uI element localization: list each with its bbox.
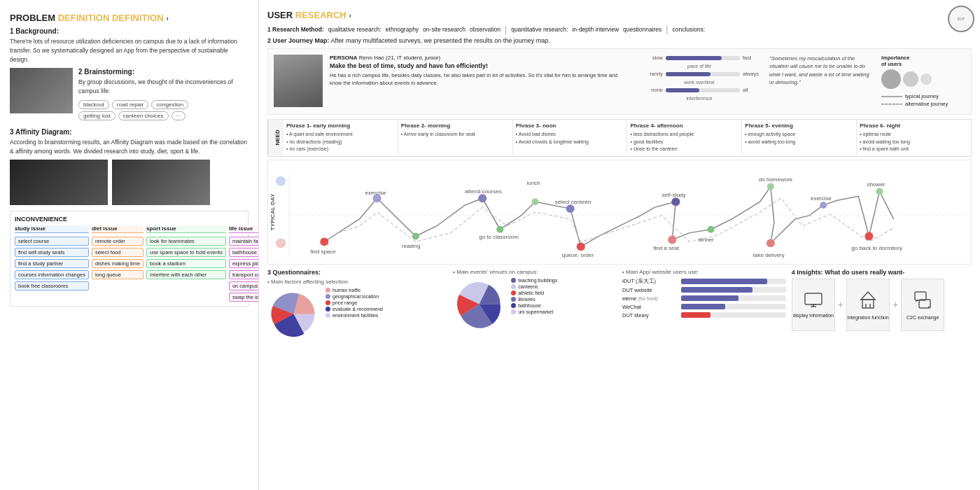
scale-rarely: rarely	[636, 71, 663, 77]
rm-onsite: on-site research	[423, 26, 465, 33]
persona-desc: He has a rich campus life, besides daily…	[330, 71, 629, 88]
c2c-svg	[913, 290, 932, 309]
persona-tagline: Make the best of time, study and have fu…	[330, 62, 629, 69]
scale-overtime: rarely always	[636, 71, 762, 77]
node-select-canteen	[566, 204, 575, 213]
brain-subtitle: 2 Brainstorming:	[78, 68, 248, 76]
dot-price	[326, 300, 330, 305]
node-go-dormitory	[864, 232, 873, 240]
node-queue-order	[577, 242, 585, 251]
overtime-label: work overtime	[636, 80, 762, 85]
problem-label: PROBLEM	[10, 13, 55, 23]
app-bar-bg-dut	[681, 287, 786, 293]
legend-price: price range	[326, 300, 383, 305]
definition-label: DEFINITION	[58, 13, 110, 23]
dot-canteens	[511, 284, 516, 289]
pie-chart-1	[267, 288, 320, 340]
label-bathhouse: bathhouse	[518, 303, 541, 308]
tag-more: ···	[172, 111, 186, 120]
phase-1-item-1: • A quiet and safe environment	[286, 131, 395, 139]
label-canteens: canteens	[518, 284, 538, 289]
alt-line	[881, 104, 902, 105]
node-do-homework	[767, 183, 774, 190]
dot-bathhouse	[511, 303, 516, 308]
label-find-space: find space	[310, 248, 336, 255]
phase-6-item-1: • optimal route	[860, 131, 968, 139]
inconvenience-box: INCONVENIENCE study issue select course …	[10, 211, 248, 307]
legend-geo: geographical location	[326, 294, 383, 299]
happy-circle	[276, 176, 286, 186]
c2c-icon	[913, 290, 932, 312]
display-svg	[804, 292, 823, 307]
scale-bar-interference	[666, 88, 740, 92]
q-sub1: • Main factors affecting selection:	[267, 279, 447, 285]
pie-area-1: human traffic geographical location pric…	[267, 288, 447, 340]
journey-title-strong: 2 User Journey Map:	[267, 37, 330, 44]
label-geo: geographical location	[332, 294, 379, 299]
diet-item-4: long queue	[92, 270, 144, 279]
logo-circle: DUT	[948, 6, 974, 32]
insight-card-display: display information	[792, 279, 835, 331]
persona-importance: importanceof users typical journey alter…	[881, 55, 965, 108]
diet-col: diet issue remote order select food dish…	[92, 225, 144, 302]
plus-2: +	[892, 299, 898, 310]
phase-5: Phrase 5- evening • enough activity spac…	[742, 120, 857, 156]
int-roof	[861, 292, 875, 300]
user-label: USER	[267, 10, 295, 20]
label-reading: reading	[402, 243, 421, 249]
rm-qual: qualitative research:	[328, 26, 382, 33]
study-title: study issue	[15, 225, 89, 233]
scale-fill-pace	[666, 56, 722, 60]
insights-cards: display information + Integratio	[792, 279, 972, 331]
phase-1-item-2: • no distractions (reading)	[286, 139, 395, 146]
study-col: study issue select course find self-stud…	[15, 225, 89, 302]
alt-journey-row: alternative journey	[881, 101, 965, 107]
phase-3: Phrase 3- noon • Avoid bad dishes • Avoi…	[513, 120, 628, 156]
phase-1-item-3: • no cars (exercise)	[286, 146, 395, 153]
life-col: life issue maintain facilities bathhouse…	[229, 225, 259, 302]
right-panel: DUT USER RESEARCH › 1 Research Method: q…	[259, 0, 980, 490]
app-bars: iDUT (东大工) DUT website eleme (for food)	[622, 278, 786, 318]
app-bar-fill-library	[681, 312, 710, 318]
display-label: display information	[793, 313, 834, 318]
q-title: 3 Questionnaires:	[267, 269, 447, 276]
app-row-library: DUT library	[622, 312, 786, 318]
phase-6-title: Phrase 6- night	[860, 122, 968, 129]
app-library: DUT library	[622, 312, 678, 318]
legend-env: environment facilities	[326, 313, 383, 318]
dot-eval	[326, 307, 330, 312]
phase-1-title: Phrase 1- early morning	[286, 122, 395, 129]
scale-none: none	[636, 87, 663, 93]
tag-road-repair: road repair	[112, 100, 149, 109]
app-dut: DUT website	[622, 287, 678, 293]
dot-uni-super	[511, 309, 516, 314]
diet-item-2: select food	[92, 248, 144, 257]
needs-label: NEED	[268, 120, 284, 156]
persona-quote: "Sometimes my miscalculation of the situ…	[769, 55, 874, 86]
persona-info: PERSONA Renn Hao (21, IT student, junior…	[330, 55, 629, 88]
label-attend-courses: attend courses	[465, 188, 502, 195]
research-method-row: 1 Research Method: qualitative research:…	[267, 24, 972, 34]
life-item-5: on campus bus system	[229, 281, 259, 290]
phase-3-title: Phrase 3- noon	[516, 122, 624, 129]
persona-label: PERSONA	[330, 55, 358, 61]
bg-text: There're lots of resource utilization de…	[10, 37, 248, 64]
app-wechat: WeChat	[622, 304, 678, 310]
phase-6: Phrase 6- night • optimal route • avoid …	[857, 120, 971, 156]
sport-item-3: book a stadium	[146, 259, 226, 268]
app-row-eleme: eleme (for food)	[622, 295, 786, 302]
logo-text: DUT	[958, 17, 965, 21]
pie-legend-2: teaching buildings canteens athletic fie…	[511, 278, 557, 316]
life-item-6: swap the idle things	[229, 293, 259, 302]
phase-5-item-1: • enough activity space	[745, 131, 853, 139]
affinity-images	[10, 160, 248, 205]
journey-title-desc: After many multifaceted surveys, we pres…	[331, 37, 550, 44]
scale-fill-interference	[666, 88, 699, 92]
interference-label: interference	[636, 96, 762, 101]
diet-item-3: dishes making time	[92, 259, 144, 268]
display-rect	[805, 293, 822, 304]
phase-6-item-2: • avoid waiting too long	[860, 139, 968, 146]
legend-libraries: libraries	[511, 297, 557, 302]
insights-title: 4 Insights: What do users really want-	[792, 269, 972, 276]
brainstorm-content: 2 Brainstorming: By group discussions, w…	[78, 68, 248, 122]
